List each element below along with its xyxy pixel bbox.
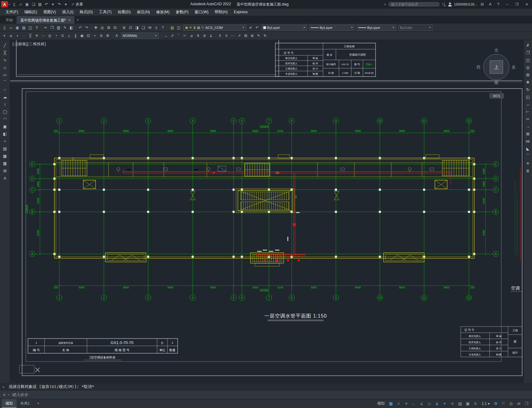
model-space-toggle[interactable]: 模型 [375, 401, 387, 406]
menu-item-8[interactable]: 修改(M) [153, 9, 173, 16]
snap-node-icon[interactable]: ◉ [79, 33, 85, 39]
redo-icon[interactable]: ↷ [56, 1, 62, 7]
object-snap-tracking-toggle[interactable]: ∡ [433, 400, 441, 407]
redo-caret-icon[interactable]: ▾ [63, 1, 69, 7]
layer-select[interactable]: ◉☀▮▤□ ACS_COM ▼ [183, 25, 246, 31]
qnew-icon[interactable]: ▯ [11, 1, 17, 7]
polyline-icon[interactable]: ∿ [1, 57, 9, 64]
ellipse-icon[interactable]: ◯ [1, 108, 9, 115]
dim-edit-icon[interactable]: ✎ [255, 33, 262, 39]
dim-center-mark-icon[interactable]: ⊕ [249, 33, 255, 39]
point-icon[interactable]: • [1, 138, 9, 145]
text-style-select[interactable]: NORMAL ▼ [121, 33, 159, 39]
properties-icon[interactable]: ≣ [524, 167, 532, 174]
menu-item-0[interactable]: 文件(F) [2, 9, 21, 16]
snap-parallel-icon[interactable]: ∥ [72, 33, 79, 39]
snap-perpendicular-icon[interactable]: ⊥ [66, 33, 72, 39]
layer-freeze-icon[interactable]: ☀ [189, 26, 192, 29]
hatch-icon[interactable]: ▨ [1, 145, 9, 152]
tool-palettes-icon[interactable]: ◨ [134, 25, 140, 31]
spline-icon[interactable]: ≀ [1, 101, 9, 108]
snap-center-icon[interactable]: ◎ [46, 33, 53, 39]
menu-item-11[interactable]: 帮助(H) [211, 9, 231, 16]
mirror-icon[interactable]: ◫ [524, 57, 532, 64]
layer-plot-icon[interactable]: ▤ [197, 26, 200, 29]
command-close-icon[interactable]: ✕ [2, 385, 5, 389]
dim-tolerance-icon[interactable]: ⊞ [242, 33, 249, 39]
qnew-icon[interactable]: ▯ [1, 25, 8, 31]
polar-tracking-toggle[interactable]: ∠ [418, 400, 425, 407]
dim-update-icon[interactable]: ↻ [262, 33, 268, 39]
layer-on-icon[interactable]: ◉ [185, 26, 188, 29]
region-icon[interactable]: ▦ [1, 160, 9, 167]
insert-block-icon[interactable]: ▣ [1, 123, 9, 130]
command-prompt[interactable]: 键入命令 [12, 392, 28, 398]
layer-color-swatch[interactable]: □ [201, 26, 204, 29]
gradient-icon[interactable]: ▩ [1, 153, 9, 160]
polygon-icon[interactable]: ◇ [1, 64, 9, 71]
plot-icon[interactable]: ▤ [21, 25, 27, 31]
menu-item-7[interactable]: 标注(N) [134, 9, 153, 16]
undo-icon[interactable]: ↶ [43, 1, 49, 7]
layout1-tab[interactable]: 布局1 [17, 399, 33, 408]
block-editor-icon[interactable]: ◧ [68, 25, 75, 31]
autodesk-app-icon[interactable]: A [487, 1, 493, 7]
qsave-icon[interactable]: ▣ [14, 25, 21, 31]
plot-preview-icon[interactable]: ◫ [27, 25, 33, 31]
redo-icon[interactable]: ↷ [84, 25, 90, 31]
dim-aligned-icon[interactable]: ⇗ [169, 33, 175, 39]
logo-caret-icon[interactable]: ▾ [9, 3, 11, 6]
layer-previous-icon[interactable]: ↶ [254, 25, 260, 31]
dim-arc-length-icon[interactable]: ⌒ [175, 33, 182, 39]
help-icon[interactable]: ? [160, 25, 166, 31]
quickcalc-icon[interactable]: ± [153, 25, 160, 31]
dim-jogged-icon[interactable]: ↯ [195, 33, 201, 39]
clean-screen-toggle[interactable]: ❒ [523, 400, 530, 407]
multileader-icon[interactable]: ↗ [236, 33, 242, 39]
cut-clip-icon[interactable]: ✂ [42, 25, 49, 31]
osnap-settings-icon[interactable]: ⚙ [104, 33, 111, 39]
create-block-icon[interactable]: ◧ [1, 130, 9, 137]
copy-icon[interactable]: ❐ [524, 49, 532, 56]
lineweight-toggle[interactable]: ≡ [449, 400, 456, 407]
sheetset-manager-icon[interactable]: ❏ [140, 25, 147, 31]
restore-button[interactable]: ❐ [513, 1, 521, 8]
account-icon[interactable] [448, 2, 452, 6]
viewcube[interactable]: 上 北 南 西 东 [477, 48, 516, 85]
chamfer-icon[interactable]: ◣ [524, 145, 532, 152]
model-tab[interactable]: 模型 [2, 399, 17, 408]
annotation-visibility-toggle[interactable]: A [472, 400, 479, 407]
menu-item-5[interactable]: 工具(T) [96, 9, 115, 16]
annotation-scale-control[interactable]: 1:1 ▾ [479, 402, 492, 406]
share-button[interactable]: ⇗ 共享 [71, 2, 83, 7]
tab-document[interactable]: 某中型商场空调全套施工图* ✕ [17, 16, 74, 24]
rotate-icon[interactable]: ↻ [524, 86, 532, 93]
model-space-canvas[interactable]: [-][俯视][二维线框] WCS [10, 40, 523, 383]
dim-diameter-icon[interactable]: ⊘ [201, 33, 208, 39]
floor-plan-drawing[interactable]: 112233445566778899101011111212EEDDCCBBAA… [10, 40, 523, 383]
snap-extension-icon[interactable]: ⋯ [40, 33, 46, 39]
ortho-toggle[interactable]: ∟ [410, 400, 418, 407]
stretch-icon[interactable]: ↔ [524, 101, 532, 108]
snap-midpoint-icon[interactable]: ∙ [21, 33, 27, 39]
menu-item-3[interactable]: 插入(I) [59, 9, 77, 16]
dynamic-input-toggle[interactable]: ✛ [403, 400, 410, 407]
help-icon[interactable]: ? [495, 1, 501, 7]
search-icon[interactable] [442, 2, 446, 6]
dim-radius-icon[interactable]: ⌀ [188, 33, 195, 39]
menu-item-9[interactable]: 参数(P) [173, 9, 192, 16]
trim-icon[interactable]: ✂ [524, 116, 532, 123]
lengthen-icon[interactable]: ⊢ [524, 108, 532, 115]
pan-icon[interactable]: ✥ [93, 25, 99, 31]
temporary-track-point-icon[interactable]: ⌖ [1, 33, 8, 39]
undo-icon[interactable]: ↶ [77, 25, 84, 31]
plotstyle-select[interactable]: ByColor ▼ [398, 25, 433, 31]
dim-continue-icon[interactable]: ⋯ [230, 33, 236, 39]
open-icon[interactable]: ▱ [18, 1, 24, 7]
isodraft-toggle[interactable]: ◇ [426, 400, 433, 407]
erase-icon[interactable]: ✗ [524, 42, 532, 49]
menu-item-1[interactable]: 编辑(E) [21, 9, 40, 16]
grid-toggle[interactable]: ▦ [387, 400, 395, 407]
isolate-objects[interactable]: ◎ [507, 400, 515, 407]
join-icon[interactable]: ⋈ [524, 138, 532, 145]
